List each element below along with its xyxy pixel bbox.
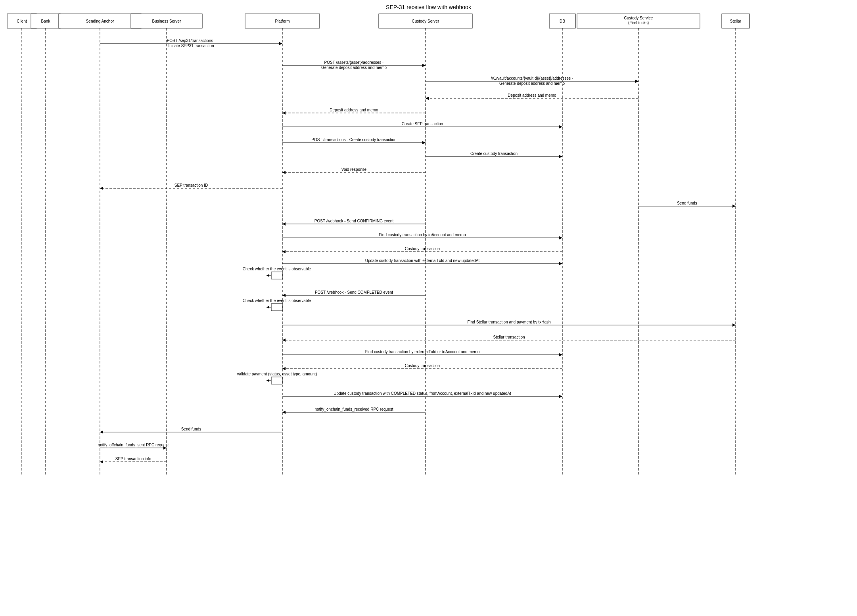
svg-text:SEP transaction ID: SEP transaction ID: [174, 183, 208, 187]
svg-text:(Fireblocks): (Fireblocks): [628, 21, 649, 25]
svg-text:/v1/vault/accounts/{vaultId}/{: /v1/vault/accounts/{vaultId}/{asset}/add…: [491, 76, 573, 80]
svg-marker-65: [282, 222, 286, 226]
svg-marker-110: [100, 430, 103, 434]
svg-text:Generate deposit address and m: Generate deposit address and memo: [499, 81, 565, 86]
svg-marker-94: [559, 353, 562, 356]
svg-text:notify_onchain_funds_received : notify_onchain_funds_received RPC reques…: [315, 407, 393, 411]
svg-text:Stellar: Stellar: [730, 19, 742, 23]
diagram-container: SEP-31 receive flow with webhook ClientB…: [0, 0, 857, 616]
svg-text:Check whether the event is obs: Check whether the event is observable: [243, 267, 311, 271]
svg-rect-76: [271, 272, 282, 279]
svg-text:POST /webhook - Send COMPLETED: POST /webhook - Send COMPLETED event: [315, 290, 393, 295]
svg-marker-85: [266, 306, 269, 308]
svg-text:Find custody transaction by ex: Find custody transaction by externalTxId…: [365, 350, 480, 354]
svg-marker-91: [282, 339, 286, 342]
svg-marker-50: [422, 141, 426, 144]
svg-text:POST /transactions - Create cu: POST /transactions - Create custody tran…: [311, 138, 396, 142]
svg-marker-59: [100, 187, 103, 190]
svg-text:SEP transaction info: SEP transaction info: [115, 457, 151, 461]
svg-marker-44: [282, 111, 286, 115]
svg-text:POST /sep31/transactions -: POST /sep31/transactions -: [167, 38, 216, 43]
svg-text:Business Server: Business Server: [152, 19, 181, 23]
svg-text:Check whether the event is obs: Check whether the event is observable: [243, 298, 311, 303]
svg-text:Sending Anchor: Sending Anchor: [86, 19, 114, 23]
svg-text:Custody transaction: Custody transaction: [405, 247, 440, 251]
svg-rect-99: [271, 377, 282, 384]
svg-text:Send funds: Send funds: [677, 201, 697, 205]
svg-marker-116: [100, 460, 103, 463]
svg-text:notify_offchain_funds_sent RPC: notify_offchain_funds_sent RPC request: [98, 443, 169, 447]
svg-text:Validate payment (status, asse: Validate payment (status, asset type, am…: [237, 372, 317, 376]
svg-marker-78: [266, 274, 269, 277]
svg-text:POST /assets/{asset}/addresses: POST /assets/{asset}/addresses -: [324, 60, 384, 65]
svg-text:Stellar transaction: Stellar transaction: [493, 335, 525, 339]
sequence-diagram: ClientBankSending AnchorBusiness ServerP…: [0, 0, 857, 616]
svg-text:Void response: Void response: [341, 167, 367, 172]
svg-text:Update custody transaction wit: Update custody transaction with external…: [365, 258, 480, 263]
svg-marker-47: [559, 125, 562, 128]
svg-text:Custody Service: Custody Service: [624, 16, 653, 20]
svg-text:Custody transaction: Custody transaction: [405, 363, 440, 368]
svg-marker-101: [266, 379, 269, 382]
svg-text:Send funds: Send funds: [181, 427, 201, 431]
svg-marker-104: [559, 395, 562, 398]
svg-text:Deposit address and memo: Deposit address and memo: [330, 108, 378, 112]
svg-marker-68: [559, 236, 562, 239]
svg-text:Custody Server: Custody Server: [412, 19, 440, 23]
svg-marker-29: [279, 42, 282, 45]
svg-text:Create SEP transaction: Create SEP transaction: [402, 122, 443, 126]
svg-text:Bank: Bank: [41, 19, 51, 23]
svg-text:Create custody transaction: Create custody transaction: [470, 151, 518, 156]
svg-marker-62: [732, 205, 736, 208]
svg-marker-88: [732, 323, 736, 327]
svg-text:Initiate SEP31 transaction: Initiate SEP31 transaction: [168, 44, 214, 48]
svg-marker-71: [282, 250, 286, 253]
svg-marker-37: [635, 80, 638, 83]
svg-text:DB: DB: [560, 19, 565, 23]
svg-text:Client: Client: [17, 19, 27, 23]
svg-text:Find custody transaction by to: Find custody transaction by toAccount an…: [379, 233, 466, 237]
svg-marker-97: [282, 367, 286, 370]
svg-marker-33: [422, 64, 426, 67]
svg-text:Platform: Platform: [275, 19, 290, 23]
svg-marker-81: [282, 294, 286, 297]
svg-marker-41: [426, 97, 429, 100]
svg-text:POST /webhook - Send CONFIRMIN: POST /webhook - Send CONFIRMING event: [314, 219, 394, 223]
svg-marker-74: [559, 262, 562, 265]
svg-text:Deposit address and memo: Deposit address and memo: [508, 93, 556, 98]
svg-text:Find Stellar transaction and p: Find Stellar transaction and payment by …: [467, 320, 550, 324]
svg-text:Generate deposit address and m: Generate deposit address and memo: [321, 65, 387, 70]
svg-text:Update custody transaction wit: Update custody transaction with COMPLETE…: [334, 391, 511, 396]
svg-marker-107: [282, 411, 286, 414]
svg-marker-56: [282, 171, 286, 174]
svg-rect-83: [271, 304, 282, 311]
svg-marker-53: [559, 155, 562, 158]
